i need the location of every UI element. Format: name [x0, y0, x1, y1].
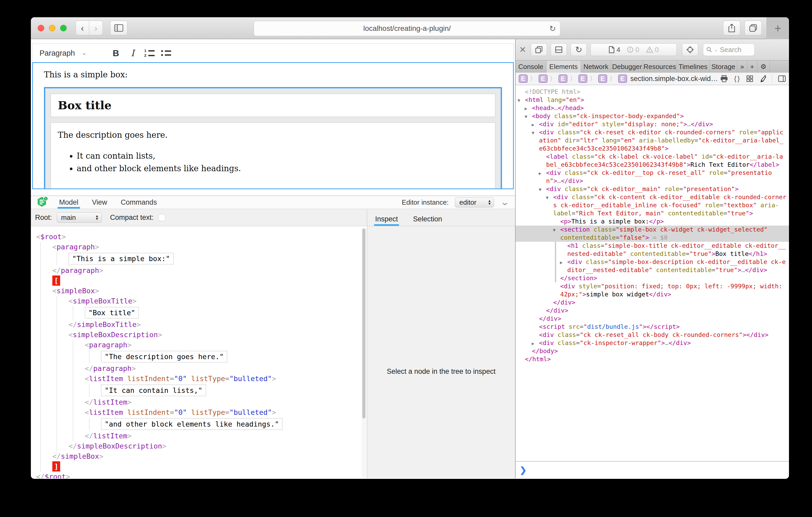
source-code-icon[interactable]: ⟨⟩	[734, 74, 741, 83]
breadcrumb-element-badge[interactable]: E	[618, 74, 627, 83]
devtools-tab-debugger[interactable]: Debugger	[611, 61, 643, 73]
inspector-tab-commands[interactable]: Commands	[121, 196, 157, 209]
disclosure-triangle-icon[interactable]: ▶	[532, 121, 534, 129]
dom-line[interactable]: <div class="ck ck-reset_all ck-body ck-r…	[516, 331, 789, 339]
disclosure-triangle-icon[interactable]: ▶	[532, 339, 534, 347]
details-sidebar-icon[interactable]	[778, 75, 786, 82]
address-bar[interactable]: localhost/creating-a-plugin/ ↻	[254, 21, 560, 36]
model-tree-node-close[interactable]: </simpleBoxDescription>	[68, 441, 359, 451]
model-tree-node-close[interactable]: </$root>	[36, 472, 359, 478]
print-icon[interactable]	[720, 75, 728, 82]
bulleted-list-button[interactable]	[158, 46, 174, 60]
description-list[interactable]: It can contain lists,and other block ele…	[58, 151, 488, 173]
reload-icon[interactable]: ↻	[549, 24, 556, 33]
devtools-tab-network[interactable]: Network	[581, 61, 611, 73]
model-text-node[interactable]: "The description goes here."	[101, 351, 227, 363]
paint-brush-icon[interactable]	[759, 75, 766, 82]
disclosure-triangle-icon[interactable]: ▼	[553, 226, 556, 234]
model-tree-node[interactable]: <paragraph>	[52, 242, 359, 252]
model-tree-node[interactable]: <simpleBox>	[52, 286, 359, 296]
devtools-tab-[interactable]: ⚙	[757, 61, 770, 73]
dom-line[interactable]: <!DOCTYPE html>	[516, 88, 789, 96]
disclosure-triangle-icon[interactable]: ▼	[525, 113, 527, 121]
disclosure-triangle-icon[interactable]: ▼	[546, 194, 549, 202]
list-item[interactable]: and other block elements like headings.	[77, 163, 488, 173]
root-select[interactable]: main ▲▼	[57, 213, 102, 223]
dom-line[interactable]: <script src="dist/bundle.js"></script>	[516, 323, 789, 331]
breadcrumb-element-badge[interactable]: E	[598, 74, 607, 83]
intro-paragraph[interactable]: This is a simple box:	[44, 70, 502, 79]
model-tree-node[interactable]: <listItem listIndent="0" listType="bulle…	[85, 373, 359, 384]
dom-line[interactable]: ▼<div class="ck ck-content ck-editor__ed…	[516, 193, 789, 217]
tab-overview-button[interactable]	[745, 21, 762, 35]
model-tree-node[interactable]: <paragraph>	[85, 340, 359, 350]
devtools-tab-elements[interactable]: Elements	[547, 61, 581, 73]
editor-editable-area[interactable]: This is a simple box: Box title The desc…	[32, 62, 514, 189]
disclosure-triangle-icon[interactable]: ▶	[539, 170, 542, 178]
dom-line[interactable]: </div>	[516, 299, 789, 307]
dom-line[interactable]: ▶<div class="ck ck-editor__top ck-reset_…	[516, 169, 789, 185]
devtools-tab-timelines[interactable]: Timelines	[677, 61, 710, 73]
model-tree-node-close[interactable]: </paragraph>	[85, 363, 359, 373]
dom-line[interactable]: </div>	[516, 315, 789, 323]
dom-line[interactable]: ▼<body class="ck-inspector-body-expanded…	[516, 112, 789, 120]
dom-line[interactable]: ▶<head>…</head>	[516, 104, 789, 112]
dom-line[interactable]: <p>This is a simple box:</p>	[516, 217, 789, 225]
heading-dropdown[interactable]: Paragraph ⌄	[39, 49, 108, 58]
model-tree-node-close[interactable]: </listItem>	[85, 397, 359, 407]
detach-devtools-button[interactable]	[531, 43, 547, 56]
simple-box-widget[interactable]: Box title The description goes here. It …	[44, 87, 502, 189]
disclosure-triangle-icon[interactable]: ▼	[532, 129, 534, 137]
editor-instance-select[interactable]: editor ▲▼	[455, 197, 494, 208]
inspect-pane-tab-selection[interactable]: Selection	[413, 215, 442, 226]
zoom-window-button[interactable]	[60, 25, 67, 31]
simple-box-title[interactable]: Box title	[51, 94, 495, 117]
model-tree-node[interactable]: <$root>	[36, 232, 359, 242]
model-tree-scrollbar[interactable]	[361, 227, 366, 477]
dom-line[interactable]: </html>	[516, 355, 789, 363]
devtools-tab-resources[interactable]: Resources	[643, 61, 677, 73]
minimize-window-button[interactable]	[49, 25, 55, 31]
breadcrumb-element-badge[interactable]: E	[558, 74, 568, 83]
model-tree-node-close[interactable]: </listItem>	[85, 431, 359, 441]
devtools-reload-button[interactable]: ↻	[571, 43, 587, 56]
dock-bottom-button[interactable]	[551, 43, 567, 56]
resource-summary[interactable]: 4 0 0	[590, 43, 677, 56]
italic-button[interactable]: I	[124, 46, 141, 60]
model-tree-node-close[interactable]: </simpleBox>	[52, 451, 359, 461]
disclosure-triangle-icon[interactable]: ▼	[539, 186, 542, 194]
forward-button[interactable]: ›	[89, 21, 103, 35]
breadcrumb-selected-node[interactable]: section.simple-box.ck-wid…	[631, 75, 718, 83]
dom-line[interactable]: ▶<div class="ck-inspector-wrapper">…</di…	[516, 339, 789, 347]
inspector-tab-view[interactable]: View	[92, 196, 107, 209]
breadcrumb-element-badge[interactable]: E	[539, 74, 548, 83]
description-paragraph[interactable]: The description goes here.	[58, 130, 488, 140]
dom-line[interactable]: </div>	[516, 307, 789, 315]
dom-line[interactable]: <div style="position: fixed; top: 0px; l…	[516, 282, 789, 299]
model-text-node[interactable]: "It can contain lists,"	[101, 385, 206, 396]
model-text-node[interactable]: "and other block elements like headings.…	[101, 418, 283, 430]
close-devtools-icon[interactable]: ✕	[519, 45, 526, 55]
simple-box-description[interactable]: The description goes here. It can contai…	[51, 122, 495, 189]
model-tree-node-close[interactable]: </paragraph>	[52, 265, 359, 275]
breadcrumb-element-badge[interactable]: E	[578, 74, 587, 83]
inspect-pane-tab-inspect[interactable]: Inspect	[375, 215, 398, 226]
new-tab-button[interactable]: +	[766, 17, 789, 39]
devtools-tab-storage[interactable]: Storage	[710, 61, 737, 73]
dom-line-selected[interactable]: ▼<section class="simple-box ck-widget ck…	[516, 225, 789, 242]
devtools-tab-[interactable]: +	[747, 61, 757, 73]
devtools-search-input[interactable]: ⌄ Search	[703, 43, 755, 56]
bold-button[interactable]: B	[108, 46, 124, 60]
back-button[interactable]: ‹	[76, 21, 89, 35]
dom-line[interactable]: ▶<div class="simple-box-description ck-e…	[556, 258, 789, 274]
layout-grid-icon[interactable]	[746, 75, 753, 82]
element-picker-button[interactable]	[682, 43, 698, 56]
dom-line[interactable]: ▶<div id="editor" style="display: none;"…	[516, 120, 789, 128]
dom-line[interactable]: ▼<html lang="en">	[516, 96, 789, 104]
model-tree-node[interactable]: <simpleBoxTitle>	[68, 296, 359, 306]
collapse-inspector-icon[interactable]: ⌄	[500, 198, 509, 207]
disclosure-triangle-icon[interactable]: ▶	[525, 104, 527, 113]
dom-line[interactable]: <h1 class="simple-box-title ck-editor__e…	[556, 242, 789, 258]
model-tree-node[interactable]: <simpleBoxDescription>	[68, 330, 359, 340]
dom-line[interactable]: </section>	[556, 274, 789, 282]
